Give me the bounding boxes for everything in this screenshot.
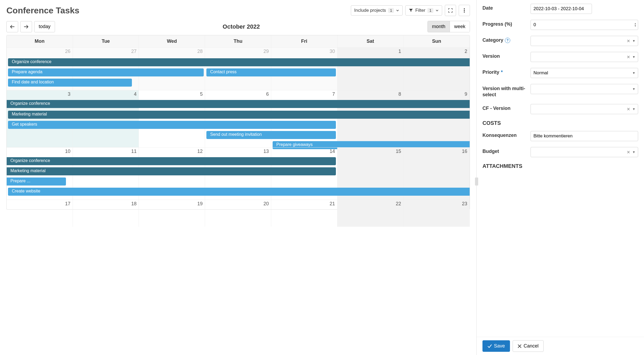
calendar-event[interactable]: Marketing material <box>8 111 470 119</box>
calendar-event[interactable]: Organize conference <box>7 157 336 165</box>
calendar-event[interactable]: Prepare ... <box>7 178 66 186</box>
cf-version-field[interactable] <box>531 104 638 114</box>
clear-icon[interactable]: ✕ <box>627 106 630 111</box>
filter-label: Filter <box>415 8 425 13</box>
calendar-week-row: 17181920212223 <box>7 200 470 209</box>
calendar-event[interactable]: Send out meeting invitation <box>206 131 336 139</box>
calendar-day-cell[interactable]: 2 <box>403 48 470 90</box>
calendar-day-cell[interactable]: 8 <box>337 90 404 147</box>
clear-icon[interactable]: ✕ <box>627 55 630 60</box>
date-label: Date <box>482 4 527 11</box>
category-field[interactable] <box>531 36 638 46</box>
svg-point-0 <box>464 8 465 9</box>
version-field[interactable] <box>531 52 638 62</box>
view-week-button[interactable]: week <box>450 21 470 32</box>
view-switch: month week <box>427 21 470 32</box>
costs-heading: COSTS <box>482 120 638 126</box>
close-icon <box>518 344 521 348</box>
weekday-header-cell: Thu <box>205 35 271 47</box>
filter-count: 1 <box>427 8 433 13</box>
calendar-event[interactable]: Marketing material <box>7 167 336 175</box>
next-button[interactable] <box>20 21 32 32</box>
save-button[interactable]: Save <box>482 340 510 352</box>
calendar-day-cell[interactable]: 1 <box>337 48 404 90</box>
konsequenzen-field[interactable] <box>531 131 638 141</box>
clear-icon[interactable]: ✕ <box>627 149 630 155</box>
calendar-day-cell[interactable]: 3 <box>7 90 73 147</box>
calendar-body: 262728293012Organize conferencePrepare a… <box>7 47 470 209</box>
version-multi-field[interactable] <box>531 84 638 94</box>
version-label: Version <box>482 52 527 59</box>
calendar-event[interactable]: Organize conference <box>7 100 470 108</box>
view-month-button[interactable]: month <box>428 21 450 32</box>
fullscreen-button[interactable] <box>445 5 456 16</box>
help-icon[interactable]: ? <box>505 38 510 43</box>
weekday-header-cell: Wed <box>139 35 205 47</box>
calendar-day-cell[interactable]: 23 <box>403 200 470 227</box>
calendar-day-cell[interactable]: 17 <box>7 200 73 227</box>
calendar-day-cell[interactable]: 22 <box>337 200 404 227</box>
konsequenzen-label: Konsequenzen <box>482 131 527 138</box>
budget-label: Budget <box>482 147 527 154</box>
fullscreen-icon <box>448 8 453 13</box>
today-button[interactable]: today <box>34 21 55 32</box>
calendar-event[interactable]: Contact press <box>206 68 336 76</box>
version-multi-label: Version with multi-select <box>482 84 527 98</box>
kebab-icon <box>464 8 465 13</box>
weekday-header-cell: Tue <box>73 35 139 47</box>
include-projects-label: Include projects <box>354 8 386 13</box>
calendar-week-row: 3456789Organize conferenceMarketing mate… <box>7 90 470 147</box>
prev-button[interactable] <box>6 21 18 32</box>
header-controls: Include projects 1 Filter 1 <box>351 5 470 16</box>
include-projects-button[interactable]: Include projects 1 <box>351 5 403 16</box>
panel-resize-handle[interactable] <box>475 178 478 186</box>
calendar-day-cell[interactable]: 20 <box>205 200 271 227</box>
calendar-event[interactable]: Prepare agenda <box>8 68 204 76</box>
calendar-day-cell[interactable]: 5 <box>139 90 205 147</box>
calendar-weekday-header: MonTueWedThuFriSatSun <box>7 35 470 47</box>
calendar-day-cell[interactable]: 9 <box>403 90 470 147</box>
check-icon <box>488 344 492 348</box>
filter-icon <box>409 8 413 13</box>
stepper-icon[interactable]: ▲▼ <box>634 22 637 27</box>
calendar-day-cell[interactable]: 4 <box>73 90 139 147</box>
progress-label: Progress (%) <box>482 20 527 27</box>
calendar-event[interactable]: Create website <box>8 188 470 196</box>
page-title: Conference Tasks <box>6 6 79 16</box>
include-projects-count: 1 <box>388 8 394 13</box>
date-field[interactable] <box>531 4 592 14</box>
cf-version-label: CF - Version <box>482 104 527 111</box>
calendar-event[interactable]: Find date and location <box>8 79 132 87</box>
weekday-header-cell: Sat <box>337 35 404 47</box>
chevron-down-icon <box>396 9 399 12</box>
more-button[interactable] <box>459 5 470 16</box>
filter-button[interactable]: Filter 1 <box>405 5 442 16</box>
header: Conference Tasks Include projects 1 Filt… <box>6 3 470 19</box>
calendar-day-cell[interactable]: 19 <box>139 200 205 227</box>
arrow-right-icon <box>24 25 29 29</box>
category-label: Category ? <box>482 36 527 43</box>
weekday-header-cell: Fri <box>271 35 337 47</box>
calendar-toolbar: today October 2022 month week <box>6 21 470 32</box>
cancel-button[interactable]: Cancel <box>513 340 544 352</box>
calendar-nav: today <box>6 21 55 32</box>
calendar-event[interactable]: Organize conference <box>8 58 470 66</box>
calendar-day-cell[interactable]: 21 <box>271 200 337 227</box>
svg-point-2 <box>464 11 465 13</box>
detail-panel: Date Progress (%) ▲▼ Category ? <box>476 0 644 355</box>
weekday-header-cell: Mon <box>7 35 73 47</box>
attachments-heading: ATTACHMENTS <box>482 163 638 169</box>
arrow-left-icon <box>10 25 15 29</box>
budget-field[interactable] <box>531 147 638 157</box>
svg-point-1 <box>464 10 465 11</box>
chevron-down-icon <box>435 9 439 12</box>
progress-field[interactable] <box>531 20 638 30</box>
button-bar: Save Cancel <box>477 337 644 355</box>
calendar-title: October 2022 <box>223 23 260 30</box>
priority-label: Priority * <box>482 68 527 75</box>
calendar-day-cell[interactable]: 18 <box>73 200 139 227</box>
clear-icon[interactable]: ✕ <box>627 38 630 44</box>
calendar-event[interactable]: Get speakers <box>8 121 336 129</box>
calendar-week-row: 10111213141516Organize conferenceMarketi… <box>7 147 470 200</box>
priority-field[interactable] <box>531 68 638 78</box>
